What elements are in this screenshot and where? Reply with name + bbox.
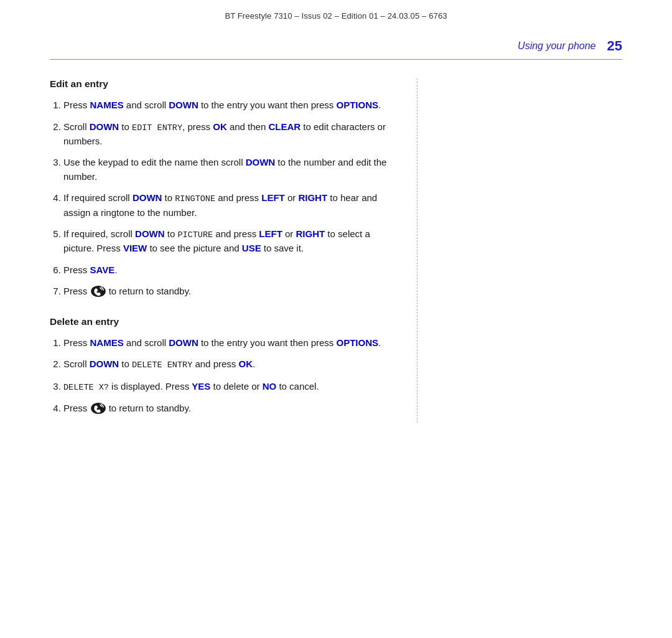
main-content: Edit an entry Press NAMES and scroll DOW… (50, 78, 411, 423)
delete-section: Delete an entry Press NAMES and scroll D… (50, 316, 398, 416)
keyword-down: DOWN (133, 192, 162, 203)
list-item: Press to return to standby. (63, 284, 398, 299)
display-text: EDIT ENTRY (132, 123, 182, 133)
keyword-down: DOWN (135, 228, 165, 239)
delete-heading: Delete an entry (50, 316, 398, 327)
phone-end-icon (90, 402, 106, 415)
keyword-down: DOWN (169, 337, 198, 348)
section-title: Using your phone (518, 40, 595, 52)
keyword-ok: OK (213, 121, 227, 132)
phone-end-icon (90, 285, 106, 298)
display-text: PICTURE (177, 230, 213, 240)
header-text: BT Freestyle 7310 – Issus 02 – Edition 0… (225, 11, 447, 21)
keyword-no: NO (263, 381, 277, 392)
keyword-ok: OK (238, 359, 253, 369)
list-item: Scroll DOWN to DELETE ENTRY and press OK… (63, 357, 398, 372)
list-item: Press NAMES and scroll DOWN to the entry… (63, 98, 398, 113)
keyword-yes: YES (192, 381, 210, 392)
keyword-use: USE (242, 243, 261, 253)
edit-heading: Edit an entry (50, 78, 398, 90)
page-number: 25 (607, 38, 622, 54)
edit-list: Press NAMES and scroll DOWN to the entry… (63, 98, 398, 299)
list-item: DELETE X? is displayed. Press YES to del… (63, 380, 398, 394)
keyword-right: RIGHT (296, 228, 325, 239)
keyword-down: DOWN (90, 359, 119, 369)
list-item: Press SAVE. (63, 263, 398, 278)
list-item: Press NAMES and scroll DOWN to the entry… (63, 336, 398, 350)
page-header: BT Freestyle 7310 – Issus 02 – Edition 0… (0, 0, 672, 27)
keyword-view: VIEW (123, 243, 147, 253)
keyword-names: NAMES (90, 100, 124, 110)
keyword-right: RIGHT (298, 192, 327, 203)
keyword-save: SAVE (90, 265, 115, 275)
keyword-clear: CLEAR (268, 121, 301, 132)
keyword-down: DOWN (246, 157, 276, 167)
keyword-down: DOWN (90, 121, 119, 132)
keyword-names: NAMES (90, 337, 124, 348)
page-top-bar: Using your phone 25 (0, 27, 672, 59)
list-item: If required, scroll DOWN to PICTURE and … (63, 227, 398, 256)
display-text: RINGTONE (175, 194, 215, 204)
edit-section: Edit an entry Press NAMES and scroll DOW… (50, 78, 398, 299)
list-item: Scroll DOWN to EDIT ENTRY, press OK and … (63, 120, 398, 149)
keyword-options: OPTIONS (337, 100, 379, 110)
keyword-options: OPTIONS (337, 337, 379, 348)
display-text: DELETE X? (63, 383, 109, 392)
content-area: Edit an entry Press NAMES and scroll DOW… (50, 60, 622, 423)
keyword-left: LEFT (259, 228, 282, 239)
right-margin-column (417, 78, 622, 423)
keyword-down: DOWN (169, 100, 198, 110)
list-item: If required scroll DOWN to RINGTONE and … (63, 191, 398, 220)
display-text: DELETE ENTRY (132, 360, 192, 370)
keyword-left: LEFT (261, 192, 285, 203)
list-item: Press to return to standby. (63, 401, 398, 416)
delete-list: Press NAMES and scroll DOWN to the entry… (63, 336, 398, 416)
list-item: Use the keypad to edit the name then scr… (63, 156, 398, 184)
